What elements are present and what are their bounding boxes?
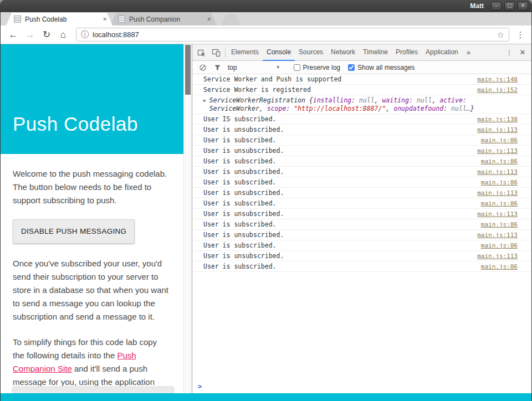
prompt-caret-icon: > [198, 383, 202, 390]
source-link[interactable]: main.js:113 [477, 126, 518, 134]
console-message: User is subscribed.main.js:86 [192, 135, 531, 146]
source-link[interactable]: main.js:152 [477, 86, 518, 94]
browser-tab-push-codelab[interactable]: Push Codelab × [6, 13, 112, 25]
source-link[interactable]: main.js:86 [481, 220, 518, 229]
clear-console-icon[interactable] [196, 60, 210, 75]
console-message: Service Worker and Push is supportedmain… [192, 74, 531, 85]
source-link[interactable]: main.js:86 [481, 136, 518, 145]
more-tabs-icon[interactable]: » [462, 48, 475, 56]
source-link[interactable]: main.js:86 [481, 241, 518, 250]
home-icon[interactable]: ⌂ [56, 29, 70, 40]
source-link[interactable]: main.js:86 [481, 178, 518, 187]
devtools-tab-application[interactable]: Application [422, 44, 462, 61]
console-message: User is subscribed.main.js:86 [192, 219, 531, 230]
source-link[interactable]: main.js:86 [481, 157, 518, 166]
browser-tab-push-companion[interactable]: Push Companion × [110, 13, 217, 25]
console-message: User is unsubscribed.main.js:113 [192, 209, 531, 219]
console-message: User is subscribed.main.js:86 [192, 177, 531, 188]
device-toolbar-icon[interactable] [209, 45, 223, 60]
console-message: User is subscribed.main.js:86 [192, 156, 531, 167]
devtools-close-icon[interactable]: ✕ [516, 48, 529, 56]
console-messages: Service Worker and Push is supportedmain… [192, 74, 531, 379]
devtools-toolbar: ElementsConsoleSourcesNetworkTimelinePro… [192, 44, 531, 61]
next-section-card [12, 386, 175, 393]
tab-favicon [14, 16, 21, 23]
chevron-down-icon: ▼ [276, 65, 280, 70]
execution-context-selector[interactable]: top ▼ [228, 64, 280, 71]
source-link[interactable]: main.js:113 [477, 168, 518, 176]
source-link[interactable]: main.js:113 [477, 210, 518, 218]
preserve-log-input[interactable] [294, 64, 300, 71]
console-filter-bar: top ▼ Preserve log Show all messages [192, 61, 531, 74]
page-info-icon[interactable]: ⓘ [81, 30, 89, 40]
devtools-tab-sources[interactable]: Sources [295, 44, 327, 61]
page-title: Push Codelab [13, 113, 138, 135]
console-message: User is unsubscribed.main.js:113 [192, 251, 531, 261]
disable-push-button[interactable]: DISABLE PUSH MESSAGING [13, 219, 135, 244]
maximize-icon[interactable]: ▢ [504, 2, 515, 11]
companion-paragraph: To simplify things for this code lab cop… [13, 336, 169, 393]
page-header: Push Codelab [1, 44, 183, 154]
preserve-log-label: Preserve log [303, 64, 340, 71]
scrollbar-thumb[interactable] [185, 45, 191, 95]
console-message: User is unsubscribed.main.js:113 [192, 146, 531, 156]
filter-icon[interactable] [210, 60, 224, 75]
tab-title: Push Codelab [25, 16, 98, 23]
console-message: User is subscribed.main.js:86 [192, 198, 531, 209]
console-message: User is unsubscribed.main.js:113 [192, 230, 531, 240]
devtools-menu-icon[interactable]: ⋮ [503, 48, 516, 56]
new-tab-button[interactable] [221, 14, 241, 25]
back-icon[interactable]: ← [6, 29, 21, 40]
tab-close-icon[interactable]: × [101, 16, 108, 23]
source-link[interactable]: main.js:86 [481, 199, 518, 208]
forward-icon[interactable]: → [23, 29, 37, 40]
devtools-panel: ElementsConsoleSourcesNetworkTimelinePro… [192, 44, 531, 393]
browser-menu-icon[interactable]: ⋮ [515, 30, 526, 40]
preserve-log-checkbox[interactable]: Preserve log [294, 64, 340, 71]
tab-favicon [118, 16, 125, 23]
bookmark-star-icon[interactable]: ☆ [497, 30, 504, 40]
window-close-icon[interactable]: ✕ [518, 2, 528, 11]
source-link[interactable]: main.js:148 [477, 75, 518, 84]
console-message: User is unsubscribed.main.js:113 [192, 188, 531, 198]
console-message: User is unsubscribed.main.js:113 [192, 125, 531, 135]
devtools-tab-console[interactable]: Console [263, 44, 295, 61]
devtools-tab-profiles[interactable]: Profiles [392, 44, 422, 61]
subscription-paragraph: Once you've subscribed your user, you'd … [13, 257, 169, 323]
content-area: Push Codelab Welcome to the push messagi… [1, 44, 531, 393]
source-link[interactable]: main.js:113 [477, 189, 518, 197]
intro-text: Welcome to the push messaging codelab. T… [13, 167, 169, 207]
minimize-icon[interactable]: – [491, 2, 502, 11]
console-message: ▶ServiceWorkerRegistration {installing: … [192, 95, 531, 114]
source-link[interactable]: main.js:113 [477, 231, 518, 239]
titlebar: Matt – ▢ ✕ [1, 0, 531, 12]
show-all-messages-label: Show all messages [357, 64, 415, 71]
tab-title: Push Companion [129, 16, 202, 23]
console-message: User is unsubscribed.main.js:113 [192, 167, 531, 177]
address-bar[interactable]: ⓘ localhost:8887 ☆ [76, 28, 509, 42]
expand-triangle-icon[interactable]: ▶ [203, 96, 206, 105]
devtools-tab-network[interactable]: Network [327, 44, 359, 61]
titlebar-user-label: Matt [470, 2, 484, 10]
tab-close-icon[interactable]: × [206, 16, 212, 23]
source-link[interactable]: main.js:86 [481, 263, 518, 271]
devtools-tab-elements[interactable]: Elements [227, 44, 263, 61]
console-prompt[interactable]: > [192, 379, 531, 393]
devtools-tabs: ElementsConsoleSourcesNetworkTimelinePro… [227, 44, 462, 61]
reload-icon[interactable]: ↻ [39, 29, 54, 40]
navigation-bar: ← → ↻ ⌂ ⓘ localhost:8887 ☆ ⋮ [1, 25, 531, 44]
show-all-messages-checkbox[interactable]: Show all messages [348, 64, 415, 71]
browser-window: Matt – ▢ ✕ Push Codelab × Push Companion… [0, 0, 532, 401]
bottom-strip [1, 393, 531, 401]
console-message: Service Worker is registeredmain.js:152 [192, 85, 531, 95]
console-message: User is subscribed.main.js:86 [192, 261, 531, 272]
source-link[interactable]: main.js:138 [477, 115, 518, 124]
console-message: User IS subscribed.main.js:138 [192, 114, 531, 125]
source-link[interactable]: main.js:113 [477, 252, 518, 260]
context-label: top [228, 64, 237, 71]
source-link[interactable]: main.js:113 [477, 147, 518, 155]
page-scrollbar[interactable] [183, 44, 192, 393]
devtools-tab-timeline[interactable]: Timeline [359, 44, 392, 61]
inspect-element-icon[interactable] [195, 45, 209, 60]
show-all-messages-input[interactable] [348, 64, 355, 71]
